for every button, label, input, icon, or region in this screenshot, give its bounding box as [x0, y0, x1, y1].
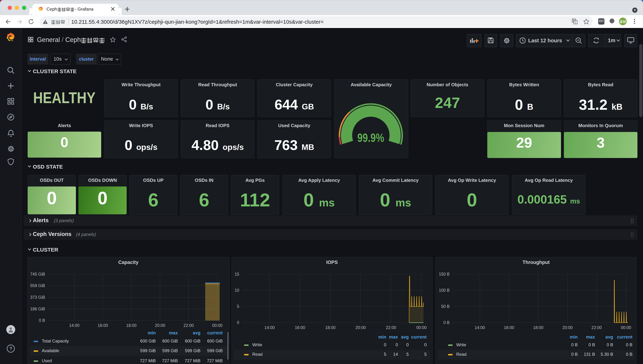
- svg-text:文: 文: [574, 21, 577, 24]
- svg-text:?: ?: [9, 346, 12, 351]
